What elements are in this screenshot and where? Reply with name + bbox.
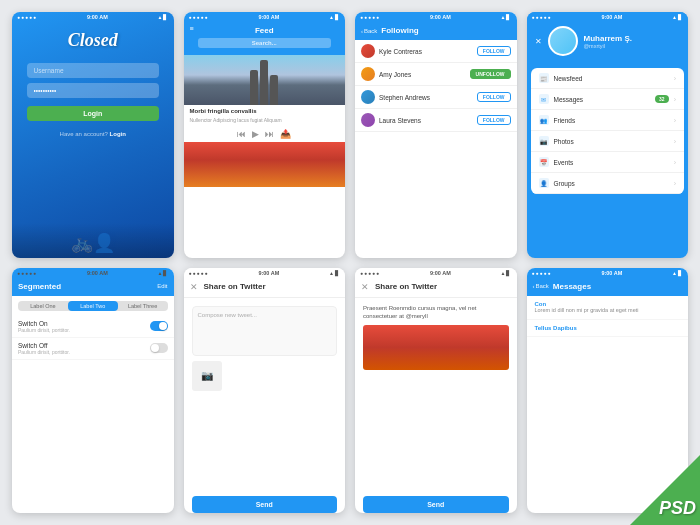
back-label: Back [536, 283, 549, 289]
back-label: Back [364, 28, 377, 34]
chevron-icon: › [674, 96, 676, 103]
back-chevron-icon: ‹ [533, 283, 535, 289]
username-input[interactable] [27, 63, 159, 78]
menu-label: Events [554, 159, 669, 166]
message-item[interactable]: Con Lorem id dill non mi pr gravida at e… [527, 296, 689, 321]
forward-icon[interactable]: ⏭ [265, 129, 274, 139]
user-name: Amy Jones [379, 71, 466, 78]
church-visual [250, 55, 278, 105]
login-content: Closed Login Have an account? Login [12, 12, 174, 223]
screen-share-content: ●●●●● 9:00 AM ▲▊ ✕ Share on Twitter Prae… [355, 268, 517, 514]
status-bar-6: ●●●●● 9:00 AM ▲▊ [184, 268, 346, 278]
follow-button[interactable]: FOLLOW [477, 46, 511, 56]
time-3: 9:00 AM [430, 14, 451, 20]
sender-name: Tellus Dapibus [535, 325, 681, 331]
user-name: Kyle Contreras [379, 48, 473, 55]
bike-area: 🚲👤 [12, 223, 174, 258]
screen-profile: ●●●●● 9:00 AM ▲▊ ✕ Muharrem Ş. @mxrtyil … [527, 12, 689, 258]
icons-3: ▲▊ [501, 14, 512, 20]
close-icon[interactable]: ✕ [361, 282, 369, 292]
chevron-icon: › [674, 138, 676, 145]
switch-info: Switch On Paulium dirisit, porttitor. [18, 320, 150, 333]
back-button[interactable]: ‹ Back [361, 28, 377, 34]
profile-name: Muharrem Ş. [584, 34, 632, 43]
icons-2: ▲▊ [329, 14, 340, 20]
list-item: Kyle Contreras FOLLOW [355, 40, 517, 63]
tower-right [270, 75, 278, 105]
toggle-off[interactable] [150, 343, 168, 353]
switch-sub-off: Paulium dirisit, porttitor. [18, 349, 150, 355]
close-icon[interactable]: ✕ [535, 37, 542, 46]
time-5: 9:00 AM [87, 270, 108, 276]
share-icon[interactable]: 📤 [280, 129, 291, 139]
follow-button[interactable]: FOLLOW [477, 92, 511, 102]
status-bar-3: ●●●●● 9:00 AM ▲▊ [355, 12, 517, 22]
close-icon[interactable]: ✕ [190, 282, 198, 292]
share2-image [363, 325, 509, 370]
tweet-compose-area[interactable]: Compose new tweet... [192, 306, 338, 356]
menu-item-messages[interactable]: ✉ Messages 32 › [531, 89, 685, 110]
avatar [361, 90, 375, 104]
share2-text: Praesent Roenmdio cursus magna, vel net … [363, 304, 509, 321]
photos-icon: 📷 [539, 136, 549, 146]
signal-3: ●●●●● [360, 14, 380, 20]
switch-row-off: Switch Off Paulium dirisit, porttitor. [12, 338, 174, 360]
screen-share-empty: ●●●●● 9:00 AM ▲▊ ✕ Share on Twitter Comp… [184, 268, 346, 514]
send-button-2[interactable]: Send [363, 496, 509, 513]
login-link[interactable]: Login [110, 131, 126, 137]
switch-row-on: Switch On Paulium dirisit, porttitor. [12, 316, 174, 338]
following-list: Kyle Contreras FOLLOW Amy Jones UNFOLLOW… [355, 40, 517, 258]
search-bar[interactable]: Search... [198, 38, 332, 48]
status-bar-8: ●●●●● 9:00 AM ▲▊ [527, 268, 689, 278]
menu-label: Friends [554, 117, 669, 124]
menu-item-photos[interactable]: 📷 Photos › [531, 131, 685, 152]
feed-subcaption: Nullenctor Adipiscing lacus fugiat Aliqu… [184, 117, 346, 126]
signal-6: ●●●●● [189, 270, 209, 276]
follow-button[interactable]: FOLLOW [477, 115, 511, 125]
segment-label-one[interactable]: Label One [18, 301, 68, 311]
status-bar-5: ●●●●● 9:00 AM ▲▊ [12, 268, 174, 278]
time-1: 9:00 AM [87, 14, 108, 20]
status-bar-4: ●●●●● 9:00 AM ▲▊ [527, 12, 689, 22]
segment-label-three[interactable]: Label Three [118, 301, 168, 311]
settings-title: Segmented [18, 282, 61, 291]
messages-icon: ✉ [539, 94, 549, 104]
menu-item-newsfeed[interactable]: 📰 Newsfeed › [531, 68, 685, 89]
switch-sub-on: Paulium dirisit, porttitor. [18, 327, 150, 333]
feed-image-building [184, 142, 346, 187]
avatar [361, 44, 375, 58]
icons-1: ▲▊ [158, 14, 169, 20]
play-icon[interactable]: ▶ [252, 129, 259, 139]
rewind-icon[interactable]: ⏮ [237, 129, 246, 139]
time-4: 9:00 AM [601, 14, 622, 20]
icons-4: ▲▊ [672, 14, 683, 20]
signal-7: ●●●●● [360, 270, 380, 276]
chevron-icon: › [674, 117, 676, 124]
unfollow-button[interactable]: UNFOLLOW [470, 69, 511, 79]
toggle-on[interactable] [150, 321, 168, 331]
send-button[interactable]: Send [192, 496, 338, 513]
feed-image-church [184, 55, 346, 105]
switch-label-off: Switch Off [18, 342, 150, 349]
signal-2: ●●●●● [189, 14, 209, 20]
chevron-icon: › [674, 75, 676, 82]
password-input[interactable] [27, 83, 159, 98]
time-7: 9:00 AM [430, 270, 451, 276]
hamburger-icon[interactable]: ≡ [190, 25, 194, 32]
menu-item-friends[interactable]: 👥 Friends › [531, 110, 685, 131]
back-button[interactable]: ‹ Back [533, 283, 549, 289]
icons-6: ▲▊ [329, 270, 340, 276]
menu-item-events[interactable]: 📅 Events › [531, 152, 685, 173]
friends-icon: 👥 [539, 115, 549, 125]
edit-button[interactable]: Edit [157, 283, 167, 289]
menu-label: Groups [554, 180, 669, 187]
message-item[interactable]: Tellus Dapibus [527, 320, 689, 337]
user-name: Stephen Andrews [379, 94, 473, 101]
feed-controls: ⏮ ▶ ⏭ 📤 [184, 126, 346, 142]
login-button[interactable]: Login [27, 106, 159, 121]
screen-feed: ●●●●● 9:00 AM ▲▊ ≡ Feed Search... Morbi … [184, 12, 346, 258]
menu-item-groups[interactable]: 👤 Groups › [531, 173, 685, 194]
segment-control[interactable]: Label One Label Two Label Three [18, 301, 168, 311]
segment-label-two[interactable]: Label Two [68, 301, 118, 311]
avatar [361, 113, 375, 127]
